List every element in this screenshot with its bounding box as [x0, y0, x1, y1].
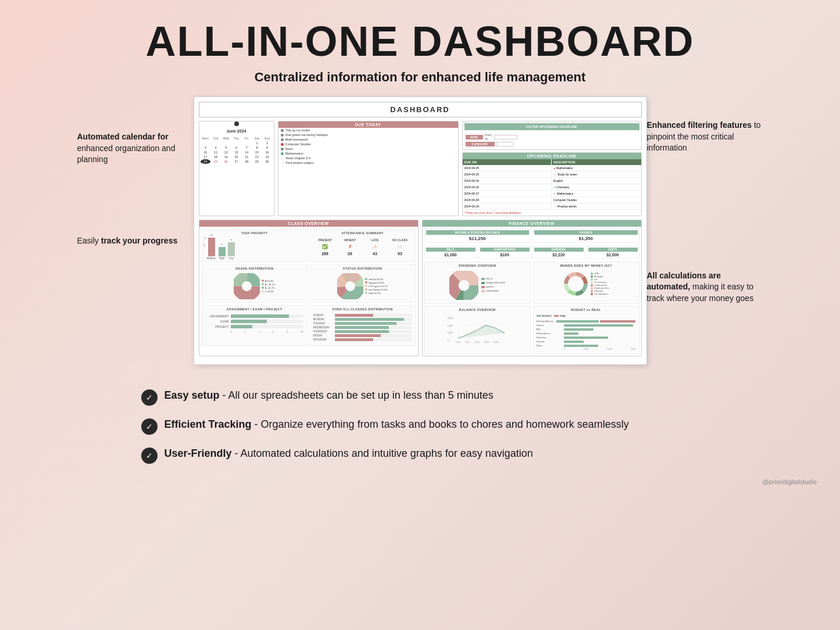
hbar-track-project — [231, 325, 303, 328]
sl-label-debts: DEBTS — [486, 285, 494, 288]
cal-d25: 25 — [210, 159, 221, 164]
filter-header: FILTER UPCOMING DEADLINE — [464, 123, 639, 130]
spending-pie-svg — [449, 271, 478, 300]
checkmark-3: ✓ — [146, 451, 153, 460]
upcoming-desc-4: ●Chemistry — [552, 184, 641, 190]
cal-day-sat: Sat — [252, 136, 262, 141]
x-22oct: 22-Oct — [484, 341, 489, 343]
filter-date-label: DATE — [466, 135, 483, 139]
grade-legend: A 33.3% B+ 16.7% A- 16.7% — [262, 280, 275, 293]
brow-savings: Savings — [537, 340, 636, 343]
filter-cat-label: CATEGORY — [466, 142, 495, 146]
ml-label-cc-jess: Credit card Jess — [594, 287, 609, 289]
legend-dot-aminus — [262, 287, 264, 289]
legend-label-c: C 33.3% — [265, 290, 274, 293]
ml-label-cc-jh: Credit card Jh. — [594, 284, 607, 287]
finance-income-savings: INCOME & STARTING BALANCE $11,250 SAVING… — [423, 227, 641, 245]
due-text-6: Mathematics — [285, 152, 303, 155]
upcoming-row-4: 2024-06-26 ●Chemistry — [463, 184, 641, 191]
brow-expenses: Expenses — [537, 336, 636, 339]
ml-mortgage: Mortgage — [591, 275, 609, 278]
sl-bills: BILLS — [481, 277, 505, 280]
annotation-calculations: All calculations are automated, making i… — [647, 270, 763, 305]
annotation-track-bold: track your progress — [101, 236, 178, 245]
cal-d7: 7 — [241, 145, 252, 150]
att-icon-noclass: □ — [388, 244, 412, 250]
brow-debts-bar — [564, 345, 599, 347]
bullet-normal-1: - All our spreadsheets can be set up in … — [220, 389, 494, 401]
due-text-8: Find project subject — [286, 161, 314, 164]
hbar-axis: 0 2 4 6 8 10 — [206, 330, 303, 333]
due-dot-gray4 — [281, 148, 284, 151]
upcoming-date-7: 2024-06-29 — [463, 203, 552, 209]
page-wrapper: ALL-IN-ONE DASHBOARD Centralized informa… — [0, 0, 840, 630]
tick-10: 10 — [301, 330, 303, 333]
bullet-item-1: ✓ Easy setup - All our spreadsheets can … — [141, 388, 699, 406]
footer-credit: @prioridigitalstudio — [23, 478, 817, 485]
upcoming-date-1: 2024-06-25 — [463, 165, 552, 171]
legend-dot-a — [262, 280, 264, 282]
due-dot-green — [281, 152, 284, 155]
fsc-debts-val: $2,600 — [588, 253, 638, 257]
finance-savings-card: SAVINGS $1,350 — [532, 228, 639, 243]
legend-dot-started — [365, 278, 367, 280]
money-goes-chart: HOA Mortgage Car Car insurance Credit ca… — [535, 269, 637, 299]
annotation-filtering: Enhanced filtering features to pinpoint … — [647, 120, 763, 154]
att-icon-late: ⚠ — [363, 244, 387, 250]
tick-0: 0 — [231, 330, 232, 333]
upcoming-desc-7: →Practice tennis — [552, 203, 641, 209]
upcoming-desc-1: ●Mathematics — [552, 165, 641, 171]
finance-income-value: $11,250 — [426, 236, 530, 241]
sl-color-bills — [481, 278, 485, 280]
brow-starting-label: Starting Balance — [537, 320, 555, 323]
cal-d28: 28 — [241, 159, 252, 164]
filter-date-inputs: From: To: — [485, 133, 492, 141]
bar-label-high: High — [219, 257, 224, 260]
due-today-header: DUE TODAY — [278, 121, 458, 128]
od-label-wednesday: WEDNESDAY — [313, 326, 334, 329]
budget-rows: Starting Balance Income Bills — [535, 318, 637, 352]
od-track-sunday — [335, 314, 412, 317]
annotation-track: Easily track your progress — [77, 235, 194, 247]
money-goes-box: WHERE DOES MY MONEY GO? — [533, 262, 639, 304]
sl-color-expenses — [481, 290, 485, 292]
cal-d17: 17 — [201, 155, 211, 159]
ml-dot-cc-jh — [591, 284, 593, 287]
cal-d6: 6 — [231, 145, 242, 150]
main-title: ALL-IN-ONE DASHBOARD — [146, 17, 695, 65]
cal-d15: 15 — [252, 150, 262, 155]
filter-date-box[interactable] — [494, 135, 517, 139]
check-icon-1: ✓ — [141, 389, 158, 406]
finance-overview: FINANCE OVERVIEW INCOME & STARTING BALAN… — [422, 220, 642, 356]
bullet-bold-2: Efficient Tracking — [165, 418, 252, 430]
upcoming-header: UPCOMING DEADLINE — [463, 153, 641, 159]
od-label-thursday: THURSDAY — [313, 330, 334, 333]
hbar-assignment: ASSIGNMENT — [206, 314, 303, 318]
task-priority-title: TASK PRIORITY — [204, 231, 305, 235]
due-item-6: Mathematics — [278, 151, 458, 156]
od-label-tuesday: TUESDAY — [313, 322, 334, 325]
spending-box: SPENDING OVERVIEW — [424, 262, 531, 304]
hbar-track-exam — [231, 320, 303, 323]
fsc-exp-val: $2,220 — [534, 253, 584, 257]
brow-income-label: Income — [537, 324, 563, 327]
finance-income-card: INCOME & STARTING BALANCE $11,250 — [424, 228, 531, 243]
due-item-3: Math homework — [278, 137, 458, 142]
dashboard-header: DASHBOARD — [199, 102, 642, 117]
filter-cat-box[interactable] — [496, 142, 514, 146]
budget-legend-real: REAL — [554, 314, 566, 317]
due-text-5: Sport — [285, 147, 293, 151]
subtitle: Centralized information for enhanced lif… — [255, 70, 586, 85]
class-top-grid: TASK PRIORITY 12 6 0 12 M — [199, 227, 418, 264]
due-today-items: Tidy up my locker Visit grand ma during … — [278, 128, 458, 165]
upcoming-desc-6: Computer Studies — [552, 197, 641, 203]
ml-cc-jess: Credit card Jess — [591, 287, 609, 289]
ml-groceries: Groceries — [591, 290, 609, 292]
od-fill-friday — [335, 334, 381, 337]
annotation-track-normal: Easily — [77, 236, 101, 245]
od-label-friday: FRIDAY — [313, 334, 334, 337]
filter-date: DATE From: To: — [466, 133, 638, 141]
due-item-1: Tidy up my locker — [278, 128, 458, 133]
due-text-7: Read chapter 3-4 — [286, 156, 311, 160]
brow-starting-bar-b — [556, 320, 599, 323]
